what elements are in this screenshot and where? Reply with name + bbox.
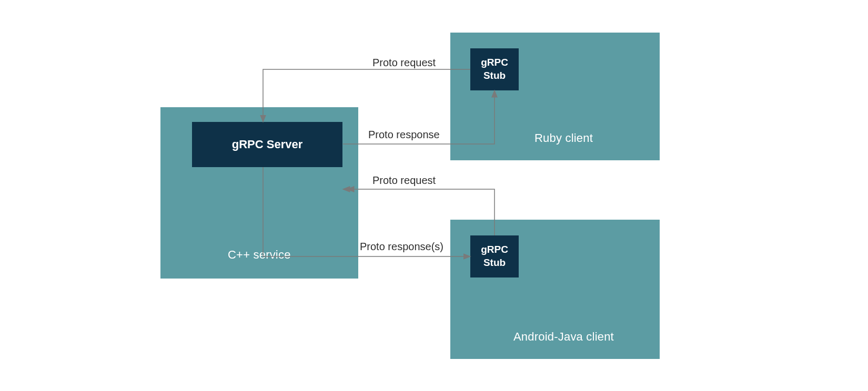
edge-label-server-to-android: Proto response(s): [360, 241, 443, 253]
android-grpc-stub-label: gRPC Stub: [481, 243, 508, 269]
grpc-server-label: gRPC Server: [232, 137, 303, 152]
android-grpc-stub-box: gRPC Stub: [470, 235, 519, 277]
cpp-service-label: C++ service: [228, 248, 291, 262]
ruby-grpc-stub-box: gRPC Stub: [470, 48, 519, 90]
edge-label-android-to-server: Proto request: [372, 174, 436, 187]
grpc-server-box: gRPC Server: [192, 122, 342, 167]
android-client-label: Android-Java client: [513, 330, 614, 344]
ruby-grpc-stub-label: gRPC Stub: [481, 56, 508, 82]
ruby-client-container: gRPC Stub Ruby client: [450, 33, 660, 160]
ruby-client-label: Ruby client: [534, 131, 593, 145]
edge-label-server-to-ruby: Proto response: [368, 129, 440, 141]
android-client-container: gRPC Stub Android-Java client: [450, 220, 660, 359]
cpp-service-container: gRPC Server C++ service: [160, 107, 358, 279]
edge-label-ruby-to-server: Proto request: [372, 57, 436, 69]
